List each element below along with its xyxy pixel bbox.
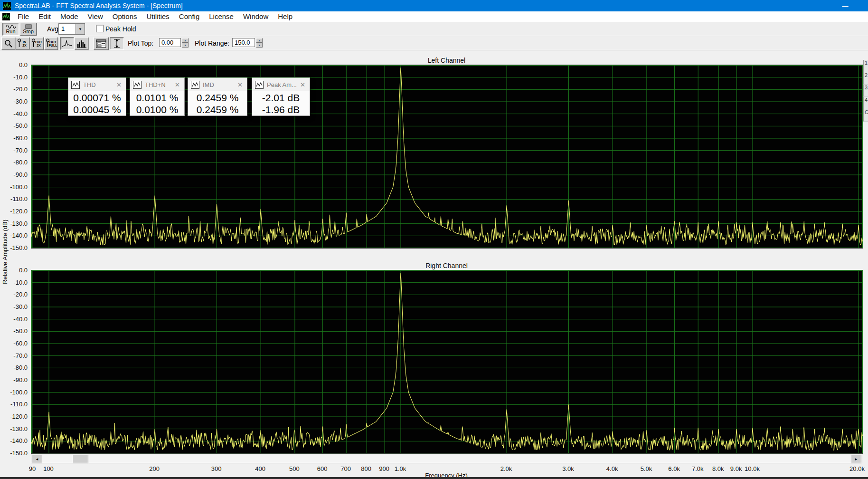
clipped-fragment: 1	[863, 60, 868, 72]
bar-view-button[interactable]	[75, 37, 88, 50]
close-icon[interactable]: ✕	[115, 81, 123, 88]
vertical-range-icon	[112, 38, 122, 48]
y-tick-label: -30.0	[1, 303, 28, 310]
y-tick-label: -40.0	[1, 110, 28, 117]
x-tick-label: 4.0k	[606, 465, 618, 472]
channel-title-right: Right Channel	[425, 262, 468, 269]
peak-amplitude-meter-titlebar[interactable]: Peak Am... ✕	[252, 78, 310, 91]
meter-chart-icon	[133, 81, 142, 89]
spectrum-plot-right[interactable]	[31, 270, 863, 454]
x-tick-label: 5.0k	[641, 465, 652, 472]
y-tick-label: -120.0	[1, 208, 28, 215]
menu-item-mode[interactable]: Mode	[56, 12, 83, 20]
magnifier-out-icon	[31, 38, 36, 48]
x-tick-label: 600	[317, 465, 328, 472]
y-tick-label: -60.0	[1, 340, 28, 347]
thd-left-value: 0.00071 %	[68, 92, 126, 104]
peak-hold-label: Peak Hold	[105, 25, 136, 33]
y-tick-label: -70.0	[1, 352, 28, 359]
minimize-button[interactable]: —	[836, 0, 855, 11]
zoom-out-full-label1: OUT	[49, 40, 57, 44]
scrollbar-thumb[interactable]	[72, 455, 88, 463]
menu-item-edit[interactable]: Edit	[34, 12, 56, 20]
document-icon	[2, 13, 10, 20]
spin-down-icon[interactable]: ▼	[182, 43, 189, 48]
close-icon[interactable]: ✕	[299, 81, 307, 88]
imd-meter-window[interactable]: IMD ✕ 0.2459 % 0.2459 %	[188, 77, 247, 116]
x-tick-label: 7.0k	[692, 465, 704, 472]
plot-range-spinner[interactable]: ▲ ▼	[256, 38, 263, 48]
zoom-select-button[interactable]	[1, 37, 15, 50]
meter-chart-icon	[255, 81, 264, 89]
y-tick-label: -20.0	[1, 291, 28, 298]
avg-dropdown[interactable]: 1 ▼	[58, 23, 85, 35]
menu-item-file[interactable]: File	[13, 12, 34, 20]
zoom-out-2x-button[interactable]: OUT 2X	[30, 37, 44, 50]
run-button[interactable]: Run	[2, 23, 19, 36]
y-tick-label: -40.0	[1, 315, 28, 322]
scroll-right-icon: ►	[854, 457, 858, 461]
menu-item-view[interactable]: View	[83, 12, 108, 20]
y-tick-label: -20.0	[1, 86, 28, 93]
spectrum-trace-right	[31, 273, 863, 450]
menu-item-help[interactable]: Help	[273, 12, 297, 20]
plot-range-input[interactable]: 150.0	[232, 38, 255, 47]
spectrum-curve-icon	[62, 39, 73, 48]
zoom-out-full-button[interactable]: OUT FULL	[44, 37, 58, 50]
scroll-left-button[interactable]: ◄	[32, 455, 42, 463]
spin-down-icon[interactable]: ▼	[256, 43, 263, 48]
peak-amplitude-meter-title: Peak Am...	[267, 81, 299, 88]
scroll-left-icon: ◄	[35, 457, 39, 461]
thdn-meter-window[interactable]: THD+N ✕ 0.0101 % 0.0100 %	[130, 77, 185, 116]
imd-right-value: 0.2459 %	[188, 104, 247, 115]
plot-top-input[interactable]: 0.00	[159, 38, 181, 47]
zoom-in-2x-button[interactable]: IN 2X	[16, 37, 29, 50]
window-bottom-edge	[0, 477, 868, 479]
zoom-out-2x-label2: 2X	[37, 44, 41, 47]
window-title: SpectraLAB - FFT Spectral Analysis Syste…	[15, 2, 183, 10]
y-tick-label: -90.0	[1, 376, 28, 383]
run-button-label: Run	[6, 29, 15, 34]
y-tick-label: -110.0	[1, 195, 28, 202]
x-tick-label: 100	[43, 465, 54, 472]
plot-top-spinner[interactable]: ▲ ▼	[182, 38, 189, 48]
stop-button[interactable]: Stop	[20, 23, 37, 36]
horizontal-scrollbar[interactable]: ◄ ►	[31, 454, 862, 463]
spin-up-icon[interactable]: ▲	[182, 38, 189, 43]
close-icon[interactable]: ✕	[173, 81, 181, 88]
y-tick-label: -100.0	[1, 388, 28, 395]
thd-meter-title: THD	[83, 81, 115, 88]
peak-amplitude-meter-window[interactable]: Peak Am... ✕ -2.01 dB -1.96 dB	[252, 77, 310, 116]
plot-top-value: 0.00	[161, 39, 173, 46]
thd-meter-titlebar[interactable]: THD ✕	[68, 78, 126, 91]
menu-item-window[interactable]: Window	[238, 12, 273, 20]
display-options-button[interactable]	[94, 37, 109, 50]
title-bar[interactable]: SpectraLAB - FFT Spectral Analysis Syste…	[0, 0, 868, 11]
y-tick-label: -100.0	[1, 183, 28, 190]
transport-toolbar: Run Stop Avg: 1 ▼ Peak Hold	[0, 21, 868, 36]
menu-item-config[interactable]: Config	[174, 12, 204, 20]
menu-item-utilities[interactable]: Utilities	[142, 12, 174, 20]
meter-chart-icon	[191, 81, 199, 89]
x-tick-label: 2.0k	[500, 465, 512, 472]
close-icon[interactable]: ✕	[236, 81, 244, 88]
menu-item-license[interactable]: License	[204, 12, 238, 20]
menu-item-options[interactable]: Options	[108, 12, 142, 20]
magnifier-in-icon	[17, 38, 21, 48]
spectrum-view-button[interactable]	[60, 37, 74, 50]
peak-hold-checkbox[interactable]	[96, 25, 104, 32]
y-tick-label: -70.0	[1, 146, 28, 153]
plot-range-tool-button[interactable]	[110, 37, 124, 50]
x-tick-label: 90	[29, 465, 36, 472]
histogram-icon	[76, 39, 87, 48]
plot-range-value: 150.0	[235, 39, 250, 46]
thd-meter-window[interactable]: THD ✕ 0.00071 % 0.00045 %	[68, 77, 126, 116]
imd-meter-titlebar[interactable]: IMD ✕	[188, 78, 247, 91]
scroll-right-button[interactable]: ►	[851, 455, 861, 463]
clipped-window-edge: 1234C	[863, 60, 868, 131]
thd-right-value: 0.00045 %	[68, 104, 126, 115]
thdn-meter-titlebar[interactable]: THD+N ✕	[130, 78, 184, 91]
dropdown-arrow-icon[interactable]: ▼	[75, 24, 85, 34]
magnifier-full-icon	[46, 38, 50, 48]
spin-up-icon[interactable]: ▲	[256, 38, 263, 43]
